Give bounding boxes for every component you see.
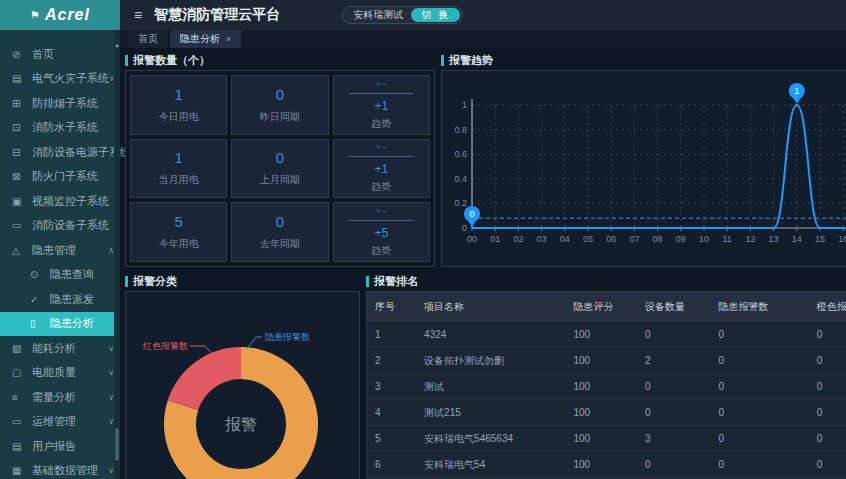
stat-card: 0昨日同期: [231, 75, 328, 135]
table-cell: 100: [565, 426, 637, 452]
trend-delta-value: +5: [374, 226, 388, 240]
sidebar-item[interactable]: ▣视频监控子系统: [0, 189, 120, 214]
table-row: 3测试100000: [367, 374, 846, 400]
trend-line-chart-svg: 0001020304050607080910111213141516171819…: [442, 71, 846, 266]
column-header: 设备数量: [637, 292, 711, 322]
table-cell: 0: [809, 374, 846, 400]
sidebar-item[interactable]: ▯隐患分析: [0, 312, 120, 337]
donut-slice: [164, 347, 318, 479]
trend-label: 趋势: [371, 117, 391, 131]
section-title-text: 报警排名: [374, 274, 418, 289]
table-cell: 0: [637, 452, 711, 478]
stat-card: 5今年用电: [130, 202, 227, 262]
sidebar-item-label: 运维管理: [32, 414, 76, 429]
table-cell: 0: [637, 374, 711, 400]
table-cell: 0: [809, 452, 846, 478]
sidebar: ⊘首页▤电气火灾子系统∨⊞防排烟子系统⊡消防水子系统⊟消防设备电源子系统⊠防火门…: [0, 30, 120, 479]
sidebar-item[interactable]: ▭运维管理∨: [0, 410, 120, 435]
trend-label: 趋势: [371, 180, 391, 194]
tab[interactable]: 隐患分析×: [170, 30, 241, 48]
sidebar-item[interactable]: △隐患管理∧: [0, 238, 120, 263]
sidebar-item[interactable]: ▧能耗分析∨: [0, 336, 120, 361]
stat-value: 0: [276, 149, 284, 166]
stat-label: 昨日同期: [260, 110, 300, 124]
sidebar-item[interactable]: ▤用户报告: [0, 434, 120, 459]
stat-label: 上月同期: [260, 173, 300, 187]
x-axis-label: 01: [490, 234, 500, 244]
trend-divider: [349, 220, 413, 221]
tab-close-icon[interactable]: ×: [226, 34, 231, 44]
sidebar-item[interactable]: ▭消防设备子系统: [0, 214, 120, 239]
tenant-switcher: 安科瑞测试 切 换: [342, 6, 463, 24]
table-cell: 2: [367, 348, 416, 374]
x-axis-label: 09: [676, 234, 686, 244]
sidebar-item-label: 消防水子系统: [32, 120, 98, 135]
section-title-alarm-count: 报警数量（个）: [125, 52, 435, 68]
alarm-category-chart: 报警隐患报警数红色报警数: [125, 291, 360, 479]
table-cell: 0: [809, 426, 846, 452]
slice-label: 红色报警数: [142, 341, 188, 351]
video-monitor-system-icon: ▣: [12, 196, 25, 207]
table-cell: 3: [637, 426, 711, 452]
demand-analysis-icon: ≡: [12, 392, 25, 403]
table-cell: 设备拓扑测试勿删: [416, 348, 565, 374]
stat-card: 0上月同期: [231, 139, 328, 199]
x-axis-label: 04: [560, 234, 570, 244]
switch-tenant-button[interactable]: 切 换: [411, 8, 460, 22]
pin-value: 0: [469, 209, 474, 219]
content: 报警数量（个） 1今日用电0昨日同期+--+1趋势1当月用电0上月同期+--+1…: [120, 48, 846, 479]
stat-value: 1: [174, 86, 182, 103]
sidebar-item[interactable]: ✓隐患派发: [0, 287, 120, 312]
table-cell: 0: [711, 400, 809, 426]
operations-management-icon: ▭: [12, 416, 25, 427]
trend-card: +--+1趋势: [333, 75, 430, 135]
stat-label: 今日用电: [159, 110, 199, 124]
sidebar-item[interactable]: ▤电气火灾子系统∨: [0, 67, 120, 92]
table-row: 4测试215100000: [367, 400, 846, 426]
power-quality-icon: ▢: [12, 367, 25, 378]
sidebar-item[interactable]: ▢电能质量∨: [0, 361, 120, 386]
brand-mark-icon: ⚑: [30, 9, 41, 22]
table-cell: 5: [367, 426, 416, 452]
sidebar-item[interactable]: ⊡消防水子系统: [0, 116, 120, 141]
table-cell: 0: [809, 322, 846, 348]
sidebar-item[interactable]: ⊟消防设备电源子系统: [0, 140, 120, 165]
table-cell: 100: [565, 322, 637, 348]
sidebar-item-label: 防排烟子系统: [32, 96, 98, 111]
sidebar-item[interactable]: ⊘首页: [0, 42, 120, 67]
table-cell: 测试: [416, 374, 565, 400]
tab-label: 首页: [138, 32, 158, 46]
stat-value: 5: [174, 213, 182, 230]
sidebar-item[interactable]: ⊙隐患查询: [0, 263, 120, 288]
x-axis-label: 13: [769, 234, 779, 244]
fire-water-system-icon: ⊡: [12, 122, 25, 133]
stat-card: 1当月用电: [130, 139, 227, 199]
column-header: 序号: [367, 292, 416, 322]
table-cell: 100: [565, 400, 637, 426]
stat-label: 当月用电: [159, 173, 199, 187]
table-cell: 3: [367, 374, 416, 400]
app-root: ⚑ Acrel ≡ 智慧消防管理云平台 安科瑞测试 切 换 ⊘首页▤电气火灾子系…: [0, 0, 846, 479]
table-row: 6安科瑞电气54100000: [367, 452, 846, 478]
tab[interactable]: 首页: [128, 30, 168, 48]
sidebar-item[interactable]: ⊠防火门子系统: [0, 165, 120, 190]
sidebar-item-label: 需量分析: [32, 390, 76, 405]
ranking-table: 序号项目名称隐患评分设备数量隐患报警数橙色报警数143241000002设备拓扑…: [367, 292, 846, 479]
x-axis-label: 16: [838, 234, 846, 244]
alarm-count-grid: 1今日用电0昨日同期+--+1趋势1当月用电0上月同期+--+1趋势5今年用电0…: [125, 70, 435, 267]
table-row: 14324100000: [367, 322, 846, 348]
tab-label: 隐患分析: [180, 32, 220, 46]
stat-value: 1: [174, 149, 182, 166]
scrollbar-thumb[interactable]: [115, 428, 119, 461]
sidebar-item-label: 电气火灾子系统: [32, 71, 109, 86]
sidebar-item-label: 用户报告: [32, 439, 76, 454]
alarm-ranking-table: 序号项目名称隐患评分设备数量隐患报警数橙色报警数143241000002设备拓扑…: [366, 291, 846, 479]
sidebar-item[interactable]: ▦基础数据管理∨: [0, 459, 120, 479]
energy-analysis-icon: ▧: [12, 343, 25, 354]
sidebar-item[interactable]: ≡需量分析∨: [0, 385, 120, 410]
sidebar-item[interactable]: ⊞防排烟子系统: [0, 91, 120, 116]
brand-logo-text: Acrel: [45, 6, 90, 24]
y-axis-label: 0: [462, 223, 467, 233]
table-cell: 2: [637, 348, 711, 374]
menu-fold-icon[interactable]: ≡: [134, 7, 142, 23]
